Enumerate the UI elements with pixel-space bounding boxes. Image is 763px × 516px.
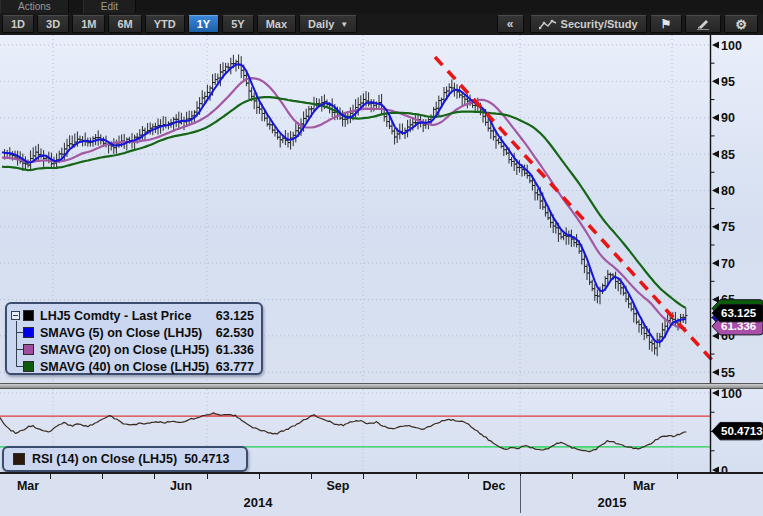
month-tick	[677, 474, 678, 479]
legend-row[interactable]: SMAVG (5) on Close (LHJ5)62.530	[7, 324, 261, 341]
menu-edit[interactable]: Edit	[83, 0, 136, 13]
month-tick	[624, 474, 625, 479]
legend-value: 62.530	[216, 326, 254, 340]
pencil-icon	[696, 18, 710, 30]
range-3d-button[interactable]: 3D	[37, 15, 69, 33]
legend-label: SMAVG (20) on Close (LHJ5)	[40, 343, 209, 357]
range-ytd-button[interactable]: YTD	[145, 15, 185, 33]
period-dropdown[interactable]: Daily ▼	[299, 15, 357, 33]
range-1y-button[interactable]: 1Y	[188, 15, 219, 33]
range-max-button[interactable]: Max	[257, 15, 296, 33]
range-6m-button[interactable]: 6M	[108, 15, 141, 33]
legend-label: LHJ5 Comdty - Last Price	[40, 309, 191, 323]
period-label: Daily	[308, 18, 334, 30]
legend-label: SMAVG (5) on Close (LHJ5)	[40, 326, 202, 340]
month-tick	[416, 474, 417, 479]
svg-text:80: 80	[721, 184, 735, 198]
year-label: 2014	[244, 495, 273, 510]
rsi-color-chip	[13, 453, 25, 465]
legend-row[interactable]: LHJ5 Comdty - Last Price63.125	[7, 307, 261, 324]
range-5y-button[interactable]: 5Y	[222, 15, 253, 33]
month-label: Sep	[327, 479, 350, 493]
security-study-button[interactable]: Security/Study	[530, 15, 647, 33]
month-tick	[154, 474, 155, 479]
month-label: Dec	[483, 479, 506, 493]
legend-color-chip	[23, 310, 34, 321]
flag-button[interactable]: ⚑	[650, 15, 683, 33]
month-tick	[50, 474, 51, 479]
month-label: Mar	[633, 479, 655, 493]
month-tick	[102, 474, 103, 479]
svg-text:100: 100	[721, 389, 742, 401]
svg-text:100: 100	[721, 39, 742, 53]
legend-value: 63.777	[216, 360, 254, 374]
month-label: Mar	[17, 479, 39, 493]
chevron-down-icon: ▼	[340, 20, 348, 29]
legend-tree-branch	[16, 332, 23, 333]
settings-button[interactable]: ⚙	[724, 15, 758, 33]
legend-label: SMAVG (40) on Close (LHJ5)	[40, 360, 209, 374]
flag-icon: ⚑	[661, 17, 672, 31]
legend-tree-branch	[16, 349, 23, 350]
rsi-panel[interactable]: 100050.4713 RSI (14) on Close (LHJ5) 50.…	[0, 389, 763, 472]
month-tick	[207, 474, 208, 479]
legend-expander-icon[interactable]	[11, 311, 20, 320]
legend-row[interactable]: SMAVG (20) on Close (LHJ5)61.336	[7, 341, 261, 358]
legend-tree-branch	[16, 366, 23, 367]
month-tick	[363, 474, 364, 479]
rsi-legend[interactable]: RSI (14) on Close (LHJ5) 50.4713	[2, 446, 248, 472]
menubar: ActionsEdit	[0, 0, 763, 13]
line-chart-icon	[539, 18, 557, 30]
annotate-button[interactable]	[685, 15, 721, 33]
security-study-label: Security/Study	[561, 18, 638, 30]
month-tick	[468, 474, 469, 479]
legend-color-chip	[23, 361, 34, 372]
range-1m-button[interactable]: 1M	[72, 15, 105, 33]
legend-color-chip	[23, 327, 34, 338]
time-axis[interactable]: MarJunSepDecMar20142015	[0, 472, 763, 516]
svg-text:55: 55	[721, 366, 735, 380]
menu-actions[interactable]: Actions	[0, 0, 69, 13]
month-label: Jun	[170, 479, 192, 493]
svg-text:50.4713: 50.4713	[721, 425, 763, 437]
svg-text:0: 0	[721, 464, 728, 473]
legend-value: 61.336	[216, 343, 254, 357]
range-buttons: 1D3D1M6MYTD1Y5YMax	[2, 15, 299, 33]
rsi-legend-label: RSI (14) on Close (LHJ5)	[32, 452, 177, 466]
svg-text:75: 75	[721, 220, 735, 234]
svg-text:85: 85	[721, 148, 735, 162]
year-label: 2015	[598, 495, 627, 510]
range-1d-button[interactable]: 1D	[2, 15, 34, 33]
legend-tree-line	[16, 321, 17, 366]
svg-text:95: 95	[721, 75, 735, 89]
legend-color-chip	[23, 344, 34, 355]
month-tick	[572, 474, 573, 479]
gear-icon: ⚙	[735, 17, 747, 32]
collapse-button[interactable]: «	[497, 15, 524, 33]
month-tick	[311, 474, 312, 479]
toolbar: 1D3D1M6MYTD1Y5YMax Daily ▼ « Security/St…	[0, 13, 763, 35]
legend-row[interactable]: SMAVG (40) on Close (LHJ5)63.777	[7, 358, 261, 375]
downtrend-line	[435, 57, 712, 360]
rsi-legend-value: 50.4713	[184, 452, 229, 466]
svg-text:63.125: 63.125	[721, 307, 757, 319]
year-separator	[520, 476, 521, 513]
svg-text:90: 90	[721, 111, 735, 125]
price-legend[interactable]: LHJ5 Comdty - Last Price63.125SMAVG (5) …	[5, 302, 263, 375]
price-panel[interactable]: 10095908580757065605563.77762.53061.3366…	[0, 35, 763, 383]
month-tick	[259, 474, 260, 479]
legend-value: 63.125	[216, 309, 254, 323]
svg-text:70: 70	[721, 257, 735, 271]
bloomberg-chart-window: ActionsEdit 1D3D1M6MYTD1Y5YMax Daily ▼ «…	[0, 0, 763, 516]
